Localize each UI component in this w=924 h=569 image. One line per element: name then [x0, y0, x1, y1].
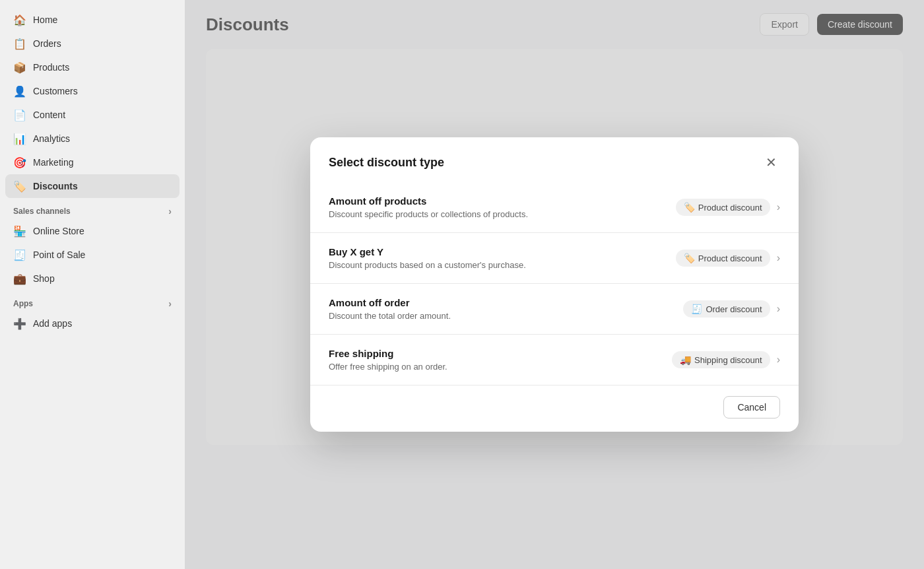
sidebar-item-label: Marketing: [33, 157, 73, 168]
product-discount-badge: 🏷️ Product discount: [676, 250, 770, 267]
sidebar-item-marketing[interactable]: 🎯 Marketing: [5, 151, 180, 174]
select-discount-type-modal: Select discount type ✕ Amount off produc…: [310, 137, 799, 432]
option-left: Amount off order Discount the total orde…: [329, 297, 683, 321]
option-title: Free shipping: [329, 348, 672, 359]
apps-section: Apps ›: [5, 290, 180, 312]
option-title: Amount off order: [329, 297, 683, 308]
option-title: Buy X get Y: [329, 246, 676, 257]
badge-label: Product discount: [698, 203, 762, 213]
badge-label: Order discount: [706, 304, 762, 314]
discount-option-free-shipping[interactable]: Free shipping Offer free shipping on an …: [310, 335, 799, 385]
analytics-icon: 📊: [13, 132, 26, 145]
badge-label: Shipping discount: [694, 355, 762, 365]
sidebar-item-label: Home: [33, 15, 57, 25]
sidebar-item-products[interactable]: 📦 Products: [5, 55, 180, 79]
modal-header: Select discount type ✕: [310, 137, 799, 182]
tag-icon: 🏷️: [684, 253, 695, 263]
sidebar-item-label: Customers: [33, 86, 78, 96]
sidebar-item-discounts[interactable]: 🏷️ Discounts: [5, 174, 180, 198]
pos-icon: 🧾: [13, 248, 26, 261]
customers-icon: 👤: [13, 84, 26, 98]
sidebar-item-label: Discounts: [33, 181, 78, 191]
sidebar-item-customers[interactable]: 👤 Customers: [5, 79, 180, 103]
option-left: Amount off products Discount specific pr…: [329, 195, 676, 219]
online-store-icon: 🏪: [13, 224, 26, 238]
tag-icon: 🏷️: [684, 202, 695, 213]
sidebar-item-home[interactable]: 🏠 Home: [5, 8, 180, 32]
sales-channels-section: Sales channels ›: [5, 198, 180, 219]
product-discount-badge: 🏷️ Product discount: [676, 199, 770, 216]
sidebar-item-label: Orders: [33, 38, 61, 49]
sidebar-item-label: Online Store: [33, 226, 84, 236]
option-description: Discount specific products or collection…: [329, 209, 676, 219]
sidebar-item-shop[interactable]: 💼 Shop: [5, 267, 180, 290]
option-title: Amount off products: [329, 195, 676, 207]
chevron-right-icon: ›: [168, 206, 172, 217]
discount-option-amount-off-products[interactable]: Amount off products Discount specific pr…: [310, 182, 799, 233]
discounts-icon: 🏷️: [13, 180, 26, 193]
chevron-right-icon: ›: [777, 303, 780, 315]
option-right: 🚚 Shipping discount ›: [672, 351, 780, 368]
discount-option-amount-off-order[interactable]: Amount off order Discount the total orde…: [310, 284, 799, 335]
sidebar-item-point-of-sale[interactable]: 🧾 Point of Sale: [5, 243, 180, 267]
cancel-button[interactable]: Cancel: [723, 396, 780, 418]
receipt-icon: 🧾: [691, 304, 702, 314]
marketing-icon: 🎯: [13, 156, 26, 169]
sidebar: 🏠 Home 📋 Orders 📦 Products 👤 Customers 📄…: [0, 0, 185, 569]
discount-option-buy-x-get-y[interactable]: Buy X get Y Discount products based on a…: [310, 233, 799, 284]
modal-title: Select discount type: [329, 156, 444, 170]
truck-icon: 🚚: [680, 354, 691, 365]
option-left: Buy X get Y Discount products based on a…: [329, 246, 676, 270]
sidebar-item-label: Add apps: [33, 318, 72, 329]
chevron-right-icon: ›: [168, 298, 172, 309]
sidebar-nav: 🏠 Home 📋 Orders 📦 Products 👤 Customers 📄…: [5, 8, 180, 198]
main-content: Discounts Export Create discount % ✂: [185, 0, 924, 569]
option-right: 🧾 Order discount ›: [683, 300, 780, 318]
option-description: Discount products based on a customer's …: [329, 260, 676, 270]
products-icon: 📦: [13, 61, 26, 74]
modal-footer: Cancel: [310, 385, 799, 432]
sidebar-item-label: Content: [33, 110, 65, 120]
option-right: 🏷️ Product discount ›: [676, 250, 780, 267]
badge-label: Product discount: [698, 253, 762, 263]
content-icon: 📄: [13, 108, 26, 121]
home-icon: 🏠: [13, 13, 26, 26]
chevron-right-icon: ›: [777, 354, 780, 366]
shipping-discount-badge: 🚚 Shipping discount: [672, 351, 770, 368]
sidebar-item-content[interactable]: 📄 Content: [5, 103, 180, 127]
chevron-right-icon: ›: [777, 252, 780, 264]
modal-overlay: Select discount type ✕ Amount off produc…: [185, 0, 924, 569]
sidebar-item-label: Point of Sale: [33, 250, 85, 260]
sidebar-item-analytics[interactable]: 📊 Analytics: [5, 127, 180, 151]
option-right: 🏷️ Product discount ›: [676, 199, 780, 216]
option-description: Offer free shipping on an order.: [329, 362, 672, 372]
modal-close-button[interactable]: ✕: [762, 153, 780, 172]
sidebar-item-label: Shop: [33, 273, 55, 284]
orders-icon: 📋: [13, 37, 26, 50]
shop-icon: 💼: [13, 272, 26, 285]
sidebar-item-online-store[interactable]: 🏪 Online Store: [5, 219, 180, 243]
option-left: Free shipping Offer free shipping on an …: [329, 348, 672, 372]
option-description: Discount the total order amount.: [329, 311, 683, 321]
add-apps-icon: ➕: [13, 317, 26, 330]
sidebar-item-label: Analytics: [33, 133, 70, 144]
order-discount-badge: 🧾 Order discount: [683, 300, 770, 318]
sidebar-item-add-apps[interactable]: ➕ Add apps: [5, 312, 180, 335]
sidebar-item-label: Products: [33, 62, 69, 73]
sidebar-item-orders[interactable]: 📋 Orders: [5, 32, 180, 55]
chevron-right-icon: ›: [777, 201, 780, 213]
